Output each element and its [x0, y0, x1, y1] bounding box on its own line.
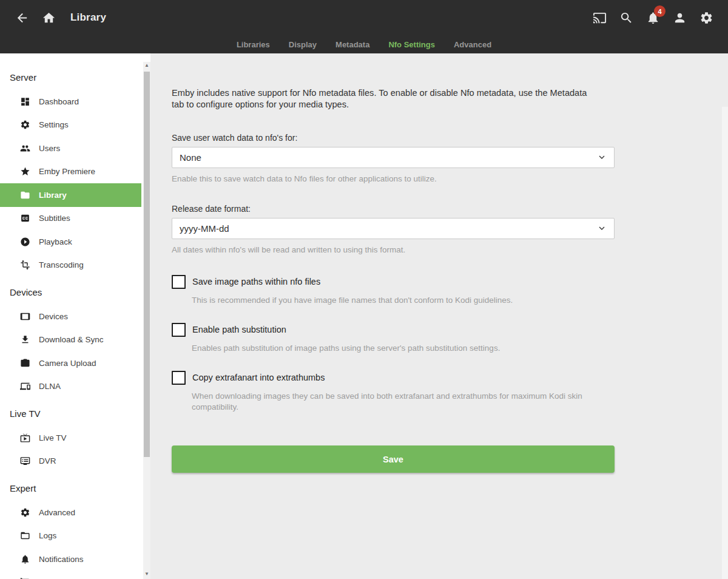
- sidebar-item-subtitles[interactable]: Subtitles: [0, 207, 141, 231]
- checkbox-icon[interactable]: [172, 323, 186, 337]
- sidebar-item-label: Live TV: [39, 433, 67, 442]
- sidebar-section-live-tv: Live TV: [0, 402, 141, 426]
- notifications-button[interactable]: 4: [639, 4, 666, 31]
- home-button[interactable]: [35, 4, 62, 31]
- sidebar: Server Dashboard Settings Users Emby Pre…: [0, 53, 150, 579]
- gear-icon: [20, 120, 30, 130]
- path-substitution-block: Enable path substitution Enables path su…: [172, 323, 615, 354]
- path-substitution-label: Enable path substitution: [192, 325, 286, 334]
- bell-icon: [20, 554, 30, 564]
- topbar-main-row: Library 4: [0, 0, 728, 35]
- sidebar-item-label: Dashboard: [39, 97, 79, 106]
- extrafanart-helper: When downloading images they can be save…: [192, 391, 615, 413]
- sidebar-item-advanced[interactable]: Advanced: [0, 501, 141, 524]
- save-image-paths-label: Save image paths within nfo files: [192, 277, 320, 286]
- sidebar-item-label: Library: [39, 191, 67, 200]
- sidebar-item-live-tv[interactable]: Live TV: [0, 426, 141, 450]
- chevron-down-icon: [597, 152, 607, 162]
- sidebar-section-expert: Expert: [0, 476, 141, 501]
- watch-data-select[interactable]: None: [172, 147, 615, 168]
- sidebar-item-label: Download & Sync: [39, 335, 104, 344]
- date-format-helper: All dates within nfo's will be read and …: [172, 245, 615, 254]
- back-button[interactable]: [8, 4, 35, 31]
- sidebar-item-devices[interactable]: Devices: [0, 305, 141, 328]
- page-scrollbar[interactable]: [722, 107, 728, 579]
- tab-nfo-settings[interactable]: Nfo Settings: [387, 38, 436, 52]
- date-format-select[interactable]: yyyy-MM-dd: [172, 218, 615, 239]
- sidebar-item-label: Users: [39, 144, 60, 153]
- users-icon: [20, 143, 30, 154]
- tab-display[interactable]: Display: [288, 38, 318, 52]
- chevron-down-icon: [597, 223, 607, 233]
- sidebar-item-users[interactable]: Users: [0, 137, 141, 160]
- sidebar-item-label: Transcoding: [39, 260, 84, 269]
- date-format-label: Release date format:: [172, 204, 615, 214]
- transform-icon: [20, 260, 30, 270]
- live-tv-icon: [20, 433, 30, 443]
- back-arrow-icon: [15, 11, 29, 25]
- play-circle-icon: [20, 237, 30, 247]
- download-icon: [20, 334, 30, 345]
- topbar: Library 4: [0, 0, 728, 53]
- save-button[interactable]: Save: [172, 445, 615, 473]
- sidebar-item-dashboard[interactable]: Dashboard: [0, 90, 141, 113]
- extrafanart-checkbox[interactable]: Copy extrafanart into extrathumbs: [172, 371, 615, 385]
- tab-advanced[interactable]: Advanced: [453, 38, 493, 52]
- sidebar-item-library[interactable]: Library: [0, 183, 141, 207]
- scrollbar-thumb[interactable]: [144, 72, 150, 457]
- extrafanart-block: Copy extrafanart into extrathumbs When d…: [172, 371, 615, 413]
- cast-button[interactable]: [586, 4, 613, 31]
- path-substitution-checkbox[interactable]: Enable path substitution: [172, 323, 615, 337]
- sidebar-item-dvr[interactable]: DVR: [0, 450, 141, 473]
- sidebar-item-label: DVR: [39, 456, 56, 466]
- search-button[interactable]: [613, 4, 639, 31]
- user-icon: [673, 11, 687, 25]
- save-image-paths-checkbox[interactable]: Save image paths within nfo files: [172, 275, 615, 289]
- home-icon: [42, 11, 56, 25]
- search-icon: [619, 11, 633, 25]
- camera-icon: [20, 358, 30, 368]
- settings-button[interactable]: [693, 4, 720, 31]
- path-substitution-helper: Enables path substitution of image paths…: [192, 343, 615, 354]
- topbar-actions: 4: [586, 4, 720, 31]
- sidebar-item-notifications[interactable]: Notifications: [0, 547, 141, 571]
- checkbox-icon[interactable]: [172, 275, 186, 289]
- closed-caption-icon: [20, 213, 30, 223]
- sidebar-item-camera-upload[interactable]: Camera Upload: [0, 351, 141, 375]
- scroll-up-arrow[interactable]: ▲: [143, 62, 150, 69]
- nfo-settings-panel: Emby includes native support for Nfo met…: [150, 53, 728, 579]
- sidebar-item-emby-premiere[interactable]: Emby Premiere: [0, 160, 141, 184]
- cast-icon: [593, 11, 607, 25]
- sidebar-item-download-sync[interactable]: Download & Sync: [0, 328, 141, 352]
- sidebar-item-label: Advanced: [39, 508, 75, 517]
- sidebar-nav: Server Dashboard Settings Users Emby Pre…: [0, 53, 141, 579]
- save-image-paths-helper: This is recommended if you have image fi…: [192, 295, 615, 306]
- checkbox-icon[interactable]: [172, 371, 186, 385]
- sidebar-item-dlna[interactable]: DLNA: [0, 375, 141, 399]
- extrafanart-label: Copy extrafanart into extrathumbs: [192, 373, 325, 382]
- date-format-field: Release date format: yyyy-MM-dd All date…: [172, 204, 615, 254]
- sidebar-scrollbar[interactable]: ▲ ▼: [143, 62, 150, 579]
- sidebar-section-devices: Devices: [0, 280, 141, 305]
- tab-metadata[interactable]: Metadata: [334, 38, 371, 52]
- sidebar-item-label: Logs: [39, 531, 56, 540]
- sidebar-item-logs[interactable]: Logs: [0, 524, 141, 548]
- user-button[interactable]: [666, 4, 693, 31]
- sidebar-item-label: Devices: [39, 312, 68, 321]
- dvr-icon: [20, 456, 30, 466]
- sidebar-item-transcoding[interactable]: Transcoding: [0, 254, 141, 277]
- devices-icon: [20, 381, 30, 391]
- watch-data-label: Save user watch data to nfo's for:: [172, 133, 615, 143]
- sidebar-item-label: Subtitles: [39, 214, 70, 223]
- folder-icon: [20, 190, 30, 200]
- sidebar-section-server: Server: [0, 66, 141, 90]
- tab-libraries[interactable]: Libraries: [235, 38, 271, 52]
- sidebar-item-settings[interactable]: Settings: [0, 113, 141, 137]
- sidebar-item-label: Playback: [39, 237, 72, 246]
- scroll-down-arrow[interactable]: ▼: [143, 571, 150, 578]
- sidebar-item-playback[interactable]: Playback: [0, 230, 141, 254]
- folder-outline-icon: [20, 530, 30, 541]
- watch-data-helper: Enable this to save watch data to Nfo fi…: [172, 174, 615, 183]
- star-icon: [20, 166, 30, 177]
- sidebar-item-plugins[interactable]: Plugins: [0, 571, 141, 579]
